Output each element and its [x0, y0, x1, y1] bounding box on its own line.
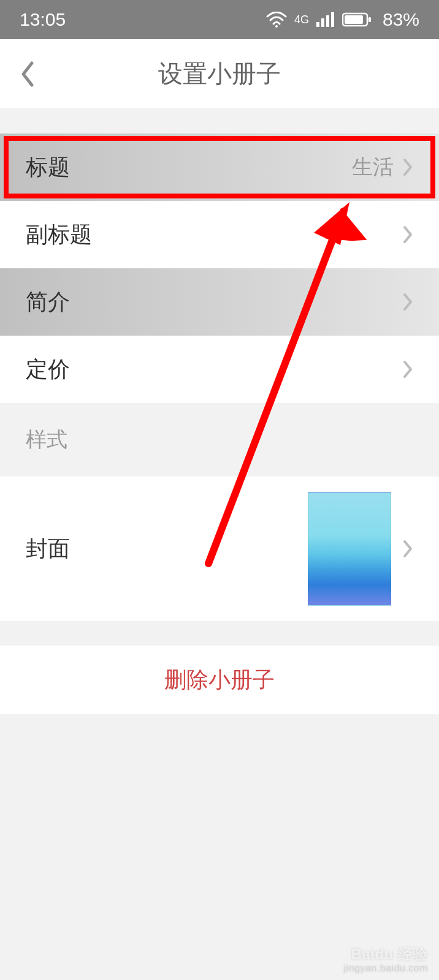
svg-rect-6 — [345, 15, 363, 24]
status-bar: 13:05 4G 83% — [0, 0, 439, 39]
row-label: 封面 — [26, 534, 70, 564]
back-button[interactable] — [0, 39, 55, 108]
price-row[interactable]: 定价 — [0, 336, 439, 403]
battery-percent: 83% — [383, 9, 419, 30]
row-label: 副标题 — [26, 220, 92, 250]
chevron-right-icon — [402, 157, 413, 177]
intro-row[interactable]: 简介 — [0, 268, 439, 336]
chevron-right-icon — [402, 539, 413, 559]
svg-rect-3 — [326, 15, 329, 27]
watermark: Baidu 经验 jingyan.baidu.com — [344, 946, 428, 974]
svg-rect-1 — [316, 22, 319, 27]
watermark-line2: jingyan.baidu.com — [344, 963, 428, 974]
chevron-right-icon — [402, 360, 413, 379]
style-section-header: 样式 — [0, 403, 439, 477]
page-title: 设置小册子 — [0, 57, 439, 91]
chevron-left-icon — [20, 61, 36, 88]
title-row[interactable]: 标题 生活 — [0, 134, 439, 201]
chevron-right-icon — [402, 292, 413, 312]
section-gap — [0, 621, 439, 646]
cover-row[interactable]: 封面 — [0, 477, 439, 621]
subtitle-row[interactable]: 副标题 — [0, 201, 439, 268]
battery-icon — [342, 12, 372, 27]
delete-button-label: 删除小册子 — [164, 665, 275, 695]
row-label: 简介 — [26, 287, 70, 317]
network-type-label: 4G — [294, 14, 309, 25]
svg-rect-4 — [331, 12, 334, 27]
settings-list: 标题 生活 副标题 简介 定价 — [0, 134, 439, 403]
signal-icon — [316, 12, 335, 27]
chevron-right-icon — [402, 225, 413, 244]
svg-rect-2 — [321, 18, 324, 27]
section-gap — [0, 109, 439, 134]
cover-thumbnail — [308, 492, 391, 606]
svg-rect-7 — [368, 17, 371, 22]
delete-booklet-button[interactable]: 删除小册子 — [0, 646, 439, 714]
nav-bar: 设置小册子 — [0, 39, 439, 109]
row-label: 标题 — [26, 153, 70, 183]
row-value: 生活 — [352, 153, 394, 181]
row-label: 定价 — [26, 355, 70, 385]
watermark-line1: Baidu 经验 — [344, 946, 428, 963]
wifi-icon — [266, 12, 287, 28]
svg-point-0 — [275, 25, 278, 28]
status-indicators: 4G 83% — [266, 9, 419, 30]
status-time: 13:05 — [20, 9, 66, 30]
